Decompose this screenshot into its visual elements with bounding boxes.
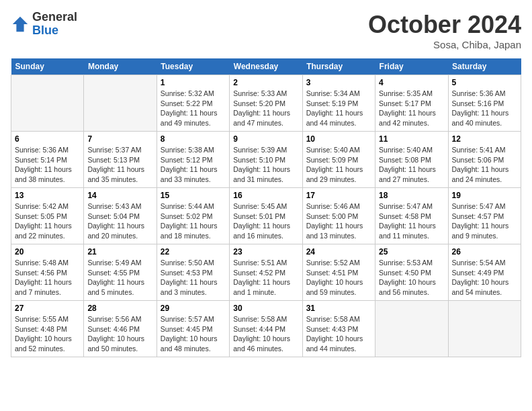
calendar-cell: 2Sunrise: 5:33 AMSunset: 5:20 PMDaylight…: [230, 75, 302, 132]
logo-icon: [11, 15, 30, 34]
calendar-cell: [84, 75, 157, 132]
month-title: October 2024: [368, 11, 521, 39]
calendar-cell: 8Sunrise: 5:38 AMSunset: 5:12 PMDaylight…: [157, 132, 229, 188]
day-detail: Sunrise: 5:48 AMSunset: 4:56 PMDaylight:…: [15, 258, 80, 298]
day-detail: Sunrise: 5:43 AMSunset: 5:04 PMDaylight:…: [87, 201, 152, 241]
day-detail: Sunrise: 5:40 AMSunset: 5:09 PMDaylight:…: [306, 145, 371, 185]
calendar-cell: 12Sunrise: 5:41 AMSunset: 5:06 PMDayligh…: [448, 132, 521, 188]
week-row-2: 6Sunrise: 5:36 AMSunset: 5:14 PMDaylight…: [11, 132, 521, 188]
day-detail: Sunrise: 5:50 AMSunset: 4:53 PMDaylight:…: [161, 258, 226, 298]
calendar-cell: 3Sunrise: 5:34 AMSunset: 5:19 PMDaylight…: [302, 75, 375, 132]
calendar-cell: 24Sunrise: 5:52 AMSunset: 4:51 PMDayligh…: [302, 244, 375, 301]
day-detail: Sunrise: 5:42 AMSunset: 5:05 PMDaylight:…: [15, 201, 80, 241]
weekday-header-thursday: Thursday: [302, 58, 375, 75]
calendar-cell: 15Sunrise: 5:44 AMSunset: 5:02 PMDayligh…: [157, 188, 229, 244]
calendar-cell: 10Sunrise: 5:40 AMSunset: 5:09 PMDayligh…: [302, 132, 375, 188]
day-number: 27: [15, 304, 80, 313]
calendar-cell: 4Sunrise: 5:35 AMSunset: 5:17 PMDaylight…: [375, 75, 448, 132]
title-block: October 2024 Sosa, Chiba, Japan: [368, 11, 521, 50]
calendar-cell: 21Sunrise: 5:49 AMSunset: 4:55 PMDayligh…: [84, 244, 157, 301]
day-number: 1: [161, 78, 226, 87]
calendar-cell: 23Sunrise: 5:51 AMSunset: 4:52 PMDayligh…: [230, 244, 302, 301]
day-number: 29: [161, 304, 226, 313]
day-detail: Sunrise: 5:37 AMSunset: 5:13 PMDaylight:…: [87, 145, 152, 185]
day-detail: Sunrise: 5:58 AMSunset: 4:44 PMDaylight:…: [233, 314, 298, 354]
weekday-header-row: SundayMondayTuesdayWednesdayThursdayFrid…: [11, 58, 521, 75]
day-number: 20: [15, 247, 80, 257]
day-number: 13: [15, 191, 80, 200]
logo: General Blue: [11, 11, 77, 38]
day-number: 4: [379, 78, 444, 87]
calendar-cell: 5Sunrise: 5:36 AMSunset: 5:16 PMDaylight…: [448, 75, 521, 132]
calendar-cell: 26Sunrise: 5:54 AMSunset: 4:49 PMDayligh…: [448, 244, 521, 301]
day-number: 31: [306, 304, 371, 313]
calendar-cell: 9Sunrise: 5:39 AMSunset: 5:10 PMDaylight…: [230, 132, 302, 188]
calendar-cell: 7Sunrise: 5:37 AMSunset: 5:13 PMDaylight…: [84, 132, 157, 188]
day-number: 30: [233, 304, 298, 313]
day-detail: Sunrise: 5:44 AMSunset: 5:02 PMDaylight:…: [161, 201, 226, 241]
day-detail: Sunrise: 5:35 AMSunset: 5:17 PMDaylight:…: [379, 89, 444, 128]
day-detail: Sunrise: 5:41 AMSunset: 5:06 PMDaylight:…: [452, 145, 517, 185]
day-detail: Sunrise: 5:54 AMSunset: 4:49 PMDaylight:…: [452, 258, 517, 298]
logo-text: General Blue: [32, 11, 77, 38]
weekday-header-wednesday: Wednesday: [230, 58, 302, 75]
day-number: 23: [233, 247, 298, 257]
day-number: 18: [379, 191, 444, 200]
logo-general: General: [32, 11, 77, 24]
day-detail: Sunrise: 5:38 AMSunset: 5:12 PMDaylight:…: [161, 145, 226, 185]
day-number: 15: [161, 191, 226, 200]
day-detail: Sunrise: 5:47 AMSunset: 4:58 PMDaylight:…: [379, 201, 444, 241]
weekday-header-monday: Monday: [84, 58, 157, 75]
day-detail: Sunrise: 5:56 AMSunset: 4:46 PMDaylight:…: [87, 314, 152, 354]
day-detail: Sunrise: 5:51 AMSunset: 4:52 PMDaylight:…: [233, 258, 298, 298]
calendar-cell: 14Sunrise: 5:43 AMSunset: 5:04 PMDayligh…: [84, 188, 157, 244]
page-header: General Blue October 2024 Sosa, Chiba, J…: [11, 11, 521, 50]
day-detail: Sunrise: 5:45 AMSunset: 5:01 PMDaylight:…: [233, 201, 298, 241]
day-detail: Sunrise: 5:57 AMSunset: 4:45 PMDaylight:…: [161, 314, 226, 354]
day-number: 11: [379, 134, 444, 144]
day-detail: Sunrise: 5:34 AMSunset: 5:19 PMDaylight:…: [306, 89, 371, 128]
day-number: 14: [87, 191, 152, 200]
day-detail: Sunrise: 5:32 AMSunset: 5:22 PMDaylight:…: [161, 89, 226, 128]
day-number: 9: [233, 134, 298, 144]
calendar-cell: 25Sunrise: 5:53 AMSunset: 4:50 PMDayligh…: [375, 244, 448, 301]
day-detail: Sunrise: 5:58 AMSunset: 4:43 PMDaylight:…: [306, 314, 371, 354]
calendar-cell: 13Sunrise: 5:42 AMSunset: 5:05 PMDayligh…: [11, 188, 84, 244]
day-detail: Sunrise: 5:53 AMSunset: 4:50 PMDaylight:…: [379, 258, 444, 298]
location: Sosa, Chiba, Japan: [368, 39, 521, 50]
weekday-header-tuesday: Tuesday: [157, 58, 229, 75]
day-number: 16: [233, 191, 298, 200]
day-detail: Sunrise: 5:47 AMSunset: 4:57 PMDaylight:…: [452, 201, 517, 241]
calendar-cell: [11, 75, 84, 132]
day-detail: Sunrise: 5:49 AMSunset: 4:55 PMDaylight:…: [87, 258, 152, 298]
day-number: 12: [452, 134, 517, 144]
day-number: 21: [87, 247, 152, 257]
calendar-table: SundayMondayTuesdayWednesdayThursdayFrid…: [11, 58, 521, 357]
day-number: 28: [87, 304, 152, 313]
day-number: 8: [161, 134, 226, 144]
calendar-cell: [375, 301, 448, 357]
weekday-header-friday: Friday: [375, 58, 448, 75]
day-number: 24: [306, 247, 371, 257]
calendar-cell: 20Sunrise: 5:48 AMSunset: 4:56 PMDayligh…: [11, 244, 84, 301]
day-detail: Sunrise: 5:36 AMSunset: 5:16 PMDaylight:…: [452, 89, 517, 128]
calendar-cell: 17Sunrise: 5:46 AMSunset: 5:00 PMDayligh…: [302, 188, 375, 244]
day-number: 2: [233, 78, 298, 87]
day-number: 22: [161, 247, 226, 257]
day-number: 6: [15, 134, 80, 144]
day-detail: Sunrise: 5:55 AMSunset: 4:48 PMDaylight:…: [15, 314, 80, 354]
day-number: 10: [306, 134, 371, 144]
calendar-cell: 29Sunrise: 5:57 AMSunset: 4:45 PMDayligh…: [157, 301, 229, 357]
weekday-header-saturday: Saturday: [448, 58, 521, 75]
calendar-cell: [448, 301, 521, 357]
weekday-header-sunday: Sunday: [11, 58, 84, 75]
day-number: 3: [306, 78, 371, 87]
day-detail: Sunrise: 5:39 AMSunset: 5:10 PMDaylight:…: [233, 145, 298, 185]
day-number: 5: [452, 78, 517, 87]
day-number: 17: [306, 191, 371, 200]
day-number: 25: [379, 247, 444, 257]
day-detail: Sunrise: 5:52 AMSunset: 4:51 PMDaylight:…: [306, 258, 371, 298]
calendar-cell: 18Sunrise: 5:47 AMSunset: 4:58 PMDayligh…: [375, 188, 448, 244]
day-number: 19: [452, 191, 517, 200]
calendar-cell: 31Sunrise: 5:58 AMSunset: 4:43 PMDayligh…: [302, 301, 375, 357]
